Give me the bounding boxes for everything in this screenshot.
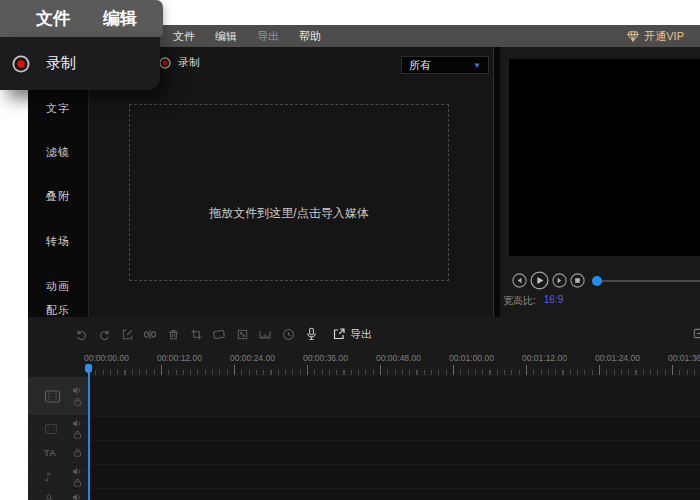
previous-frame-button[interactable] [512,273,527,288]
track-lane-video[interactable] [89,377,700,415]
ruler-label: 00:00:24.00 [230,353,275,363]
callout-menu-edit[interactable]: 编辑 [103,7,137,30]
film-icon [44,423,58,435]
chevron-down-icon: ▼ [473,61,481,70]
aspect-ratio-value[interactable]: 16:9 [544,294,563,308]
track-row [28,377,700,415]
track-lane-pip[interactable] [89,417,700,440]
record-icon [12,55,30,73]
ruler-label: 00:01:36.00 [668,353,700,363]
edit-icon[interactable] [120,327,134,341]
callout-menu-file[interactable]: 文件 [36,7,70,30]
timeline-toolbar: 导出 [74,326,372,342]
next-frame-button[interactable] [552,273,567,288]
track-lane-music[interactable] [89,465,700,488]
ruler-label: 00:00:12.00 [157,353,202,363]
callout-record-label: 录制 [46,54,76,73]
track-header-music[interactable]: ♪ [28,465,88,488]
sidebar-item-overlay[interactable]: 叠附 [28,189,88,204]
track-header-voice[interactable] [28,489,88,500]
ruler-label: 00:00:00.00 [84,353,129,363]
lock-icon[interactable] [73,478,82,487]
menu-file[interactable]: 文件 [173,29,195,44]
callout-menu-bar: 文件 编辑 [0,0,163,37]
record-button[interactable]: 录制 [159,55,200,70]
sidebar-item-text[interactable]: 文字 [28,101,88,116]
mosaic-icon[interactable] [235,327,249,341]
ruler-label: 00:01:24.00 [595,353,640,363]
track-row: ♪ [28,465,700,488]
speaker-icon[interactable] [72,419,82,428]
record-label: 录制 [178,55,200,70]
split-icon[interactable] [143,327,157,341]
redo-icon[interactable] [97,327,111,341]
track-lane-text[interactable] [89,441,700,464]
track-header-video[interactable] [28,377,88,415]
sidebar-item-music[interactable]: 配乐 [28,303,88,318]
music-note-icon: ♪ [44,470,52,484]
ruler-icon[interactable] [258,327,272,341]
fit-timeline-icon[interactable] [692,327,700,340]
aspect-ratio-row: 宽高比: 16:9 [503,294,563,308]
track-row [28,417,700,440]
export-icon [332,327,346,341]
timeline-ruler[interactable] [88,365,700,375]
preview-seek-handle[interactable] [592,276,602,286]
dropdown-value: 所有 [409,58,473,73]
track-row [28,489,700,500]
lock-icon[interactable] [73,430,82,439]
ruler-label: 00:00:48.00 [376,353,421,363]
ruler-label: 00:01:12.00 [522,353,567,363]
import-dropzone[interactable]: 拖放文件到这里/点击导入媒体 [129,104,449,281]
voiceover-mic-icon[interactable] [304,327,318,341]
sidebar-item-transition[interactable]: 转场 [28,234,88,249]
ruler-label: 00:00:36.00 [303,353,348,363]
media-filter-dropdown[interactable]: 所有 ▼ [401,56,489,74]
film-icon [44,389,61,404]
vip-diamond-icon [627,31,639,42]
vip-button[interactable]: 开通VIP [627,29,684,44]
lock-icon[interactable] [73,397,82,406]
export-button[interactable]: 导出 [332,327,372,342]
delete-icon[interactable] [166,327,180,341]
callout-record-dropdown[interactable]: 录制 [0,37,160,90]
undo-icon[interactable] [74,327,88,341]
track-lane-voice[interactable] [89,489,700,500]
record-icon [159,57,171,69]
text-track-icon: TA [44,448,56,458]
speaker-icon[interactable] [72,386,82,395]
sidebar-item-animation[interactable]: 动画 [28,279,88,294]
lock-icon[interactable] [73,448,82,457]
vip-label: 开通VIP [644,29,684,44]
dropzone-hint: 拖放文件到这里/点击导入媒体 [130,205,448,222]
playhead-line [88,364,90,500]
play-button[interactable] [530,271,549,290]
speaker-icon[interactable] [72,493,82,500]
crop-icon[interactable] [189,327,203,341]
aspect-ratio-label: 宽高比: [503,294,536,308]
menu-edit[interactable]: 编辑 [215,29,237,44]
playback-controls [512,271,585,290]
track-row: TA [28,441,700,464]
export-label: 导出 [350,327,372,342]
preview-seek-track[interactable] [593,280,700,282]
menu-help[interactable]: 帮助 [299,29,321,44]
stop-button[interactable] [570,273,585,288]
speed-icon[interactable] [212,327,226,341]
ruler-label: 00:01:00.00 [449,353,494,363]
timeline-section: 导出 00:00:00.00 00:00:12.00 00:00:24.00 0… [28,317,700,500]
panel-divider [493,47,494,317]
duration-icon[interactable] [281,327,295,341]
track-header-pip[interactable] [28,417,88,440]
speaker-icon[interactable] [72,467,82,476]
video-viewport [509,59,700,256]
mic-icon [44,493,54,500]
menu-export[interactable]: 导出 [257,29,279,44]
track-header-text[interactable]: TA [28,441,88,464]
sidebar-item-filter[interactable]: 滤镜 [28,145,88,160]
